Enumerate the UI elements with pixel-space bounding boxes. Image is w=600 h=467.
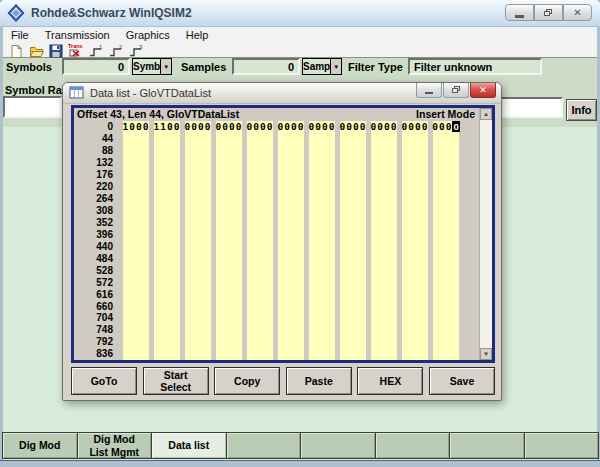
taskbar-tab-dig-mod[interactable]: Dig Mod bbox=[2, 432, 78, 459]
bit-group-cell[interactable] bbox=[402, 336, 428, 348]
bit-group-cell[interactable] bbox=[309, 264, 335, 276]
bit-group-cell[interactable] bbox=[371, 193, 397, 205]
bit-group-cell[interactable] bbox=[216, 288, 242, 300]
bit-group-cell[interactable] bbox=[433, 300, 459, 312]
bit-group-cell[interactable] bbox=[371, 300, 397, 312]
bit-group-cell[interactable] bbox=[123, 240, 149, 252]
bit-group-cell[interactable] bbox=[185, 312, 211, 324]
bit-group-cell[interactable] bbox=[123, 145, 149, 157]
dialog-button-start[interactable]: Start Select bbox=[143, 367, 209, 395]
minimize-button[interactable] bbox=[505, 4, 534, 21]
bit-group-cell[interactable] bbox=[402, 252, 428, 264]
bit-group-cell[interactable] bbox=[309, 252, 335, 264]
bit-group-cell[interactable] bbox=[247, 252, 273, 264]
bit-group-cell[interactable] bbox=[340, 312, 366, 324]
bit-group-cell[interactable] bbox=[371, 348, 397, 360]
bit-group-cell[interactable] bbox=[340, 288, 366, 300]
data-row[interactable]: 264 bbox=[74, 193, 479, 205]
dialog-title-bar[interactable]: Data list - GloVTDataList ✕ bbox=[63, 83, 501, 104]
bit-group-cell[interactable] bbox=[371, 324, 397, 336]
bit-group-cell[interactable] bbox=[185, 252, 211, 264]
bit-group-cell[interactable] bbox=[340, 169, 366, 181]
bit-group-cell[interactable] bbox=[216, 264, 242, 276]
bit-group-cell[interactable] bbox=[371, 217, 397, 229]
bit-group-cell[interactable]: 0000 bbox=[216, 121, 242, 133]
dialog-button-copy[interactable]: Copy bbox=[214, 367, 280, 395]
bit-group-cell[interactable] bbox=[185, 300, 211, 312]
bit-group-cell[interactable] bbox=[123, 336, 149, 348]
bit-group-cell[interactable] bbox=[340, 228, 366, 240]
bit-group-cell[interactable] bbox=[278, 300, 304, 312]
bit-group-cell[interactable] bbox=[185, 181, 211, 193]
data-row[interactable]: 792 bbox=[74, 336, 479, 348]
bit-group-cell[interactable] bbox=[433, 264, 459, 276]
bit-group-cell[interactable] bbox=[278, 157, 304, 169]
samples-field[interactable]: 0 bbox=[232, 58, 300, 75]
bit-group-cell[interactable] bbox=[340, 336, 366, 348]
bit-group-cell[interactable] bbox=[340, 193, 366, 205]
bit-group-cell[interactable] bbox=[247, 205, 273, 217]
data-row[interactable]: 44 bbox=[74, 133, 479, 145]
bit-group-cell[interactable] bbox=[185, 157, 211, 169]
bit-group-cell[interactable] bbox=[402, 228, 428, 240]
bit-group-cell[interactable] bbox=[402, 217, 428, 229]
bit-group-cell[interactable] bbox=[433, 205, 459, 217]
bit-group-cell[interactable] bbox=[123, 252, 149, 264]
bit-group-cell[interactable] bbox=[154, 145, 180, 157]
bit-group-cell[interactable] bbox=[123, 217, 149, 229]
bit-group-cell[interactable] bbox=[433, 157, 459, 169]
bit-group-cell[interactable] bbox=[433, 228, 459, 240]
bit-group-cell[interactable] bbox=[278, 205, 304, 217]
bit-group-cell[interactable] bbox=[433, 145, 459, 157]
bit-group-cell[interactable] bbox=[247, 324, 273, 336]
bit-group-cell[interactable] bbox=[402, 348, 428, 360]
symbol-rate-field[interactable] bbox=[3, 96, 62, 118]
menu-transmission[interactable]: Transmission bbox=[37, 29, 118, 41]
bit-group-cell[interactable] bbox=[185, 205, 211, 217]
bit-group-cell[interactable] bbox=[402, 288, 428, 300]
bit-group-cell[interactable] bbox=[185, 324, 211, 336]
bit-group-cell[interactable]: 0000 bbox=[340, 121, 366, 133]
dialog-button-goto[interactable]: GoTo bbox=[71, 367, 137, 395]
bit-group-cell[interactable] bbox=[433, 169, 459, 181]
bit-group-cell[interactable] bbox=[154, 169, 180, 181]
bit-group-cell[interactable] bbox=[371, 264, 397, 276]
bit-group-cell[interactable] bbox=[185, 240, 211, 252]
bit-group-cell[interactable] bbox=[185, 145, 211, 157]
bit-group-cell[interactable] bbox=[371, 312, 397, 324]
dialog-minimize-button[interactable] bbox=[416, 83, 442, 98]
bit-group-cell[interactable] bbox=[278, 169, 304, 181]
bit-group-cell[interactable] bbox=[433, 133, 459, 145]
bit-group-cell[interactable] bbox=[154, 217, 180, 229]
title-bar[interactable]: Rohde&Schwarz WinIQSIM2 ✕ bbox=[0, 0, 600, 27]
bit-group-cell[interactable] bbox=[371, 240, 397, 252]
bit-group-cell[interactable] bbox=[309, 217, 335, 229]
bit-group-cell[interactable] bbox=[371, 336, 397, 348]
bit-group-cell[interactable] bbox=[154, 193, 180, 205]
dialog-button-paste[interactable]: Paste bbox=[286, 367, 352, 395]
bit-group-cell[interactable] bbox=[309, 133, 335, 145]
bit-group-cell[interactable] bbox=[123, 288, 149, 300]
data-row[interactable]: 176 bbox=[74, 169, 479, 181]
bit-group-cell[interactable] bbox=[278, 217, 304, 229]
bit-group-cell[interactable] bbox=[433, 240, 459, 252]
bit-group-cell[interactable] bbox=[123, 169, 149, 181]
bit-group-cell[interactable] bbox=[309, 276, 335, 288]
bit-group-cell[interactable] bbox=[340, 264, 366, 276]
symbols-unit-select[interactable]: Symb ▼ bbox=[132, 58, 172, 75]
bit-group-cell[interactable] bbox=[371, 133, 397, 145]
bit-group-cell[interactable] bbox=[371, 169, 397, 181]
bit-group-cell[interactable] bbox=[433, 181, 459, 193]
bit-group-cell[interactable] bbox=[278, 181, 304, 193]
bit-group-cell[interactable]: 0000 bbox=[371, 121, 397, 133]
bit-group-cell[interactable] bbox=[154, 205, 180, 217]
bit-group-cell[interactable] bbox=[247, 288, 273, 300]
bit-group-cell[interactable]: 0000 bbox=[309, 121, 335, 133]
scroll-down-button[interactable]: ▼ bbox=[480, 348, 492, 360]
bit-group-cell[interactable] bbox=[278, 264, 304, 276]
bit-group-cell[interactable] bbox=[309, 240, 335, 252]
marker-1-button[interactable]: 1 bbox=[87, 43, 105, 58]
bit-group-cell[interactable] bbox=[433, 312, 459, 324]
bit-group-cell[interactable] bbox=[340, 157, 366, 169]
bit-group-cell[interactable] bbox=[247, 133, 273, 145]
